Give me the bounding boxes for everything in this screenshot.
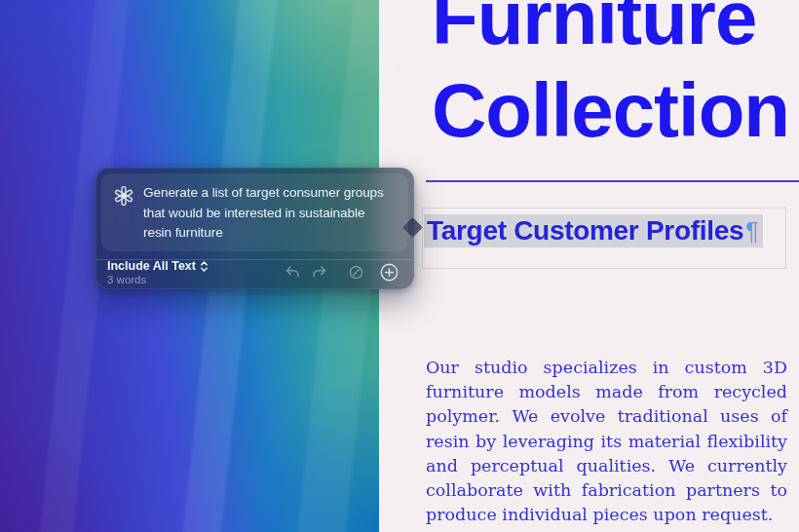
- divider-rule: [426, 180, 799, 182]
- chevron-up-down-icon: [200, 260, 209, 273]
- retry-button[interactable]: [348, 264, 364, 281]
- document-title-line1: Furniture: [432, 0, 789, 64]
- prompt-text[interactable]: Generate a list of target consumer group…: [143, 183, 384, 244]
- plus-circle-icon: [379, 262, 400, 283]
- document-title[interactable]: Furniture Collection: [432, 0, 789, 157]
- openai-logo-icon: [113, 185, 134, 207]
- prompt-line: resin furniture: [143, 223, 384, 244]
- add-button[interactable]: [379, 262, 400, 283]
- undo-icon: [285, 264, 301, 281]
- heading-text-block[interactable]: Target Customer Profiles¶: [422, 208, 786, 269]
- prompt-line: Generate a list of target consumer group…: [143, 183, 384, 204]
- undo-button[interactable]: [285, 264, 301, 281]
- footer-left: Include All Text 3 words: [107, 259, 209, 285]
- page: Furniture Collection Target Customer Pro…: [0, 0, 799, 532]
- popup-footer: Include All Text 3 words: [96, 260, 413, 288]
- assistant-popup: Generate a list of target consumer group…: [95, 168, 414, 289]
- slashed-circle-icon: [348, 264, 364, 281]
- prompt-card: Generate a list of target consumer group…: [101, 173, 408, 251]
- pilcrow-mark: ¶: [745, 217, 758, 245]
- word-count: 3 words: [107, 274, 209, 285]
- redo-icon: [311, 264, 327, 281]
- footer-icons: [285, 262, 400, 283]
- selected-text: Target Customer Profiles¶: [424, 214, 763, 247]
- dropdown-label: Include All Text: [107, 259, 196, 273]
- redo-button[interactable]: [311, 264, 327, 281]
- body-paragraph[interactable]: Our studio specializes in custom 3D furn…: [426, 356, 787, 527]
- section-heading-label: Target Customer Profiles: [427, 215, 743, 246]
- include-text-dropdown[interactable]: Include All Text: [107, 259, 209, 273]
- prompt-line: that would be interested in sustainable: [143, 204, 384, 224]
- document-title-line2: Collection: [432, 64, 789, 157]
